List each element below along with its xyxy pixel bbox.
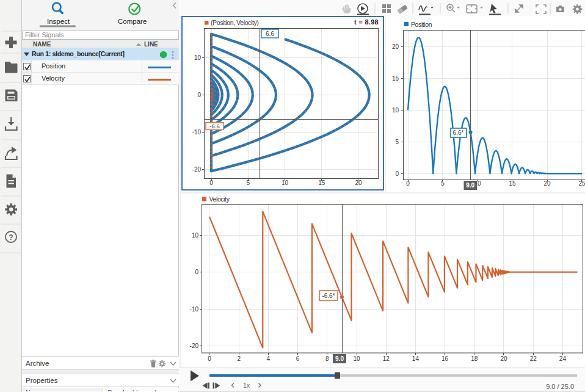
svg-text:2: 2 [237, 355, 241, 362]
svg-text:9.0: 9.0 [466, 182, 474, 189]
svg-text:-20: -20 [192, 166, 202, 173]
svg-text:22: 22 [530, 355, 537, 362]
svg-text:5: 5 [395, 139, 399, 145]
svg-text:0: 0 [209, 180, 213, 186]
svg-text:1x: 1x [243, 382, 250, 389]
svg-text:-20: -20 [190, 343, 199, 349]
svg-text:20: 20 [392, 43, 399, 50]
svg-text:10: 10 [392, 107, 399, 114]
svg-text:18: 18 [471, 355, 478, 362]
svg-text:15: 15 [509, 180, 516, 187]
svg-text:15: 15 [318, 180, 325, 186]
svg-text:10: 10 [194, 54, 202, 61]
svg-text:6: 6 [296, 355, 300, 362]
svg-text:20: 20 [355, 180, 362, 186]
svg-text:24: 24 [559, 355, 567, 362]
svg-text:8: 8 [325, 355, 329, 362]
svg-text:0: 0 [395, 170, 399, 177]
svg-text:(Position, Velocity): (Position, Velocity) [211, 19, 258, 26]
svg-text:10: 10 [282, 180, 289, 186]
svg-text:Position: Position [411, 21, 432, 28]
svg-text:6.6*: 6.6* [453, 129, 464, 136]
svg-text:9.0: 9.0 [335, 355, 344, 362]
svg-text:15: 15 [392, 75, 399, 82]
svg-text:20: 20 [500, 355, 507, 362]
svg-text:5: 5 [441, 180, 445, 187]
svg-text:0: 0 [208, 355, 211, 362]
svg-text:0: 0 [195, 269, 198, 275]
svg-text:-10: -10 [192, 129, 202, 136]
svg-text:Velocity: Velocity [209, 195, 230, 203]
svg-text:9.0 / 25.0: 9.0 / 25.0 [546, 383, 574, 390]
svg-text:-6.6*: -6.6* [322, 292, 335, 299]
svg-text:t = 8.98: t = 8.98 [354, 18, 379, 26]
svg-text:14: 14 [412, 355, 420, 362]
svg-text:10: 10 [192, 232, 199, 239]
svg-text:10: 10 [353, 355, 360, 362]
svg-text:16: 16 [441, 355, 449, 362]
svg-text:4: 4 [267, 355, 271, 362]
svg-text:0: 0 [197, 92, 201, 98]
svg-text:20: 20 [543, 180, 551, 187]
svg-text:-10: -10 [190, 306, 199, 313]
svg-text:5: 5 [246, 180, 250, 186]
svg-text:0: 0 [406, 180, 410, 187]
svg-text:25: 25 [578, 180, 585, 187]
svg-text:-6.6: -6.6 [209, 123, 219, 129]
svg-text:6.6: 6.6 [266, 31, 274, 37]
svg-text:?: ? [9, 233, 13, 242]
svg-text:12: 12 [383, 355, 390, 362]
